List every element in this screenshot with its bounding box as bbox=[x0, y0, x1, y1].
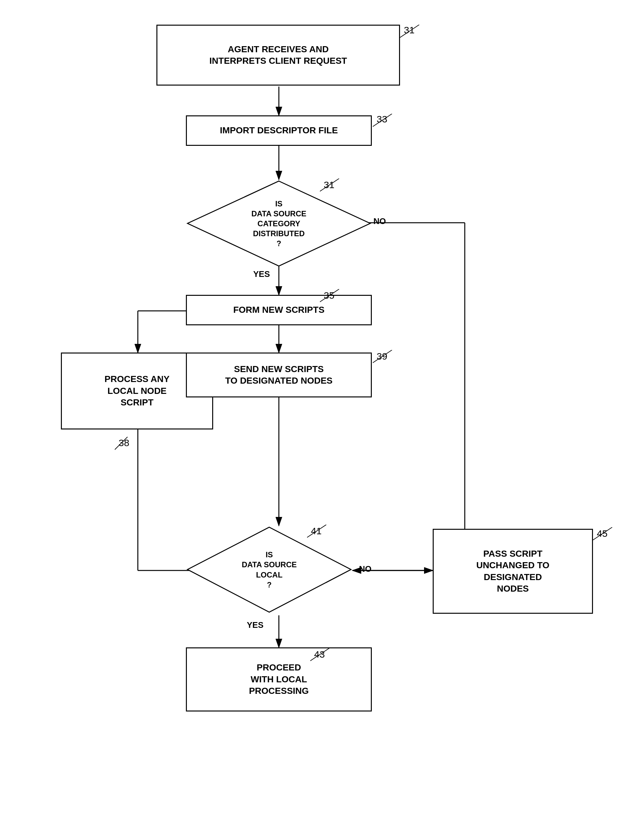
import-descriptor-box: IMPORT DESCRIPTOR FILE bbox=[186, 115, 372, 146]
diagram-container: AGENT RECEIVES AND INTERPRETS CLIENT REQ… bbox=[0, 0, 634, 840]
ref-31-start: 31 bbox=[404, 25, 414, 36]
no-label-1: NO bbox=[373, 216, 386, 226]
ref-35: 35 bbox=[324, 290, 334, 301]
send-scripts-box: SEND NEW SCRIPTS TO DESIGNATED NODES bbox=[186, 352, 372, 398]
pass-script-box: PASS SCRIPT UNCHANGED TO DESIGNATED NODE… bbox=[433, 529, 593, 614]
no-label-2: NO bbox=[359, 564, 372, 574]
diamond-distributed: IS DATA SOURCE CATEGORY DISTRIBUTED ? bbox=[186, 180, 372, 268]
ref-38: 38 bbox=[119, 437, 129, 448]
form-scripts-box: FORM NEW SCRIPTS bbox=[186, 295, 372, 325]
ref-33: 33 bbox=[376, 114, 387, 125]
yes-label-2: YES bbox=[247, 620, 264, 630]
ref-43: 43 bbox=[314, 649, 325, 660]
yes-label-1: YES bbox=[253, 269, 270, 279]
proceed-box: PROCEED WITH LOCAL PROCESSING bbox=[186, 647, 372, 712]
ref-45: 45 bbox=[597, 528, 607, 539]
diamond-local: IS DATA SOURCE LOCAL ? bbox=[186, 526, 353, 614]
start-box: AGENT RECEIVES AND INTERPRETS CLIENT REQ… bbox=[157, 25, 400, 85]
ref-39: 39 bbox=[376, 351, 387, 362]
